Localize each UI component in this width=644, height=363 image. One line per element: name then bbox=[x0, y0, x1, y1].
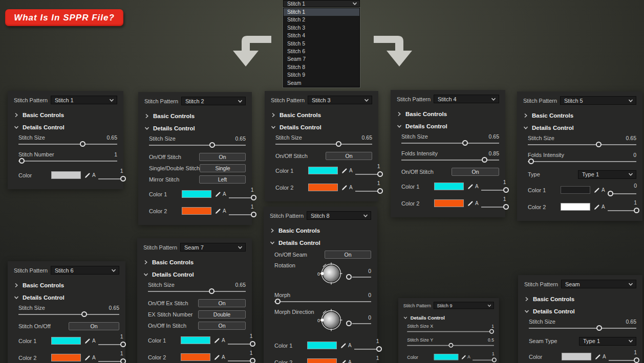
color-swatch[interactable] bbox=[307, 342, 337, 349]
slider-handle[interactable] bbox=[120, 176, 126, 182]
stitch-pattern-select[interactable]: Stitch 2 bbox=[181, 97, 246, 105]
slider-handle[interactable] bbox=[81, 311, 87, 317]
slider-handle[interactable] bbox=[528, 158, 534, 164]
color-swatch[interactable] bbox=[181, 353, 210, 361]
slider-stitch-size[interactable] bbox=[18, 311, 119, 317]
eyedropper-icon[interactable] bbox=[84, 355, 91, 361]
dropdown-item-stitch-6[interactable]: Stitch 6 bbox=[284, 48, 359, 55]
section-basic-controls[interactable]: Basic Controls bbox=[523, 109, 636, 121]
section-details-control[interactable]: Details Control bbox=[14, 291, 119, 303]
slider-handle[interactable] bbox=[80, 141, 85, 147]
dropdown-item-stitch-3[interactable]: Stitch 3 bbox=[284, 24, 359, 32]
slider-folds-intensity[interactable] bbox=[528, 158, 636, 164]
color-swatch[interactable] bbox=[561, 186, 590, 194]
color-swatch[interactable] bbox=[434, 354, 459, 360]
eyedropper-icon[interactable] bbox=[595, 354, 601, 360]
slider-handle[interactable] bbox=[634, 208, 639, 213]
toggle-on-off-in-stitch-button[interactable]: On bbox=[198, 322, 246, 330]
color-swatch[interactable] bbox=[561, 203, 590, 211]
alpha-slider[interactable]: 0 bbox=[608, 184, 636, 197]
color-swatch[interactable] bbox=[434, 199, 464, 207]
eyedropper-icon[interactable] bbox=[215, 191, 221, 197]
section-details-control[interactable]: Details Control bbox=[143, 268, 246, 280]
section-details-control[interactable]: Details Control bbox=[397, 120, 499, 132]
slider-handle[interactable] bbox=[120, 342, 126, 347]
stitch-pattern-select[interactable]: Stitch 4 bbox=[434, 95, 499, 103]
section-details-control[interactable]: Details Control bbox=[403, 313, 494, 323]
stitch-pattern-select[interactable]: Stitch 8 bbox=[307, 211, 371, 220]
alpha-slider[interactable]: 1 bbox=[481, 197, 506, 210]
slider-handle[interactable] bbox=[120, 358, 126, 363]
section-basic-controls[interactable]: Basic Controls bbox=[397, 108, 499, 120]
eyedropper-icon[interactable] bbox=[84, 338, 91, 344]
slider-color-1-alpha[interactable] bbox=[228, 341, 252, 347]
section-details-control[interactable]: Details Control bbox=[270, 237, 371, 248]
sphere-cursor-dot[interactable] bbox=[321, 272, 324, 275]
alpha-slider[interactable]: 1 bbox=[228, 351, 252, 363]
toggle-single-double-stitch-button[interactable]: Single bbox=[200, 164, 246, 172]
slider-color-alpha[interactable] bbox=[609, 357, 636, 363]
toggle-on-off-stitch-button[interactable]: On bbox=[326, 152, 372, 160]
slider-handle[interactable] bbox=[377, 171, 383, 177]
slider-color-2-alpha[interactable] bbox=[481, 204, 506, 210]
slider-handle[interactable] bbox=[448, 343, 453, 348]
eyedropper-icon[interactable] bbox=[214, 354, 220, 360]
dropdown-item-seam[interactable]: Seam bbox=[284, 79, 359, 87]
slider-handle[interactable] bbox=[275, 299, 281, 304]
dropdown-item-stitch-9[interactable]: Stitch 9 bbox=[284, 71, 359, 79]
slider-color-2-alpha[interactable] bbox=[229, 212, 253, 217]
toggle-on-off-seam-button[interactable]: On bbox=[325, 251, 371, 259]
slider-handle[interactable] bbox=[376, 346, 382, 352]
alpha-slider[interactable]: 1 bbox=[98, 334, 123, 348]
slider-color-1-alpha[interactable] bbox=[354, 346, 379, 352]
alpha-slider[interactable]: 1 bbox=[98, 351, 123, 363]
eyedropper-icon[interactable] bbox=[461, 354, 466, 359]
dropdown-item-stitch-2[interactable]: Stitch 2 bbox=[284, 16, 359, 24]
dropdown-item-stitch-5[interactable]: Stitch 5 bbox=[284, 40, 359, 48]
dropdown-item-stitch-4[interactable]: Stitch 4 bbox=[284, 32, 359, 39]
slider-stitch-size[interactable] bbox=[149, 142, 246, 148]
slider-folds-intensity[interactable] bbox=[401, 157, 499, 163]
alpha-slider[interactable]: 1 bbox=[355, 181, 380, 194]
eyedropper-icon[interactable] bbox=[467, 184, 474, 190]
alpha-slider[interactable]: 1 bbox=[98, 169, 123, 182]
dropdown-item-seam-7[interactable]: Seam 7 bbox=[284, 55, 359, 63]
slider-stitch-size[interactable] bbox=[148, 288, 246, 294]
toggle-on-off-ex-stitch-button[interactable]: On bbox=[198, 299, 246, 307]
alpha-slider[interactable]: 1 bbox=[608, 200, 636, 214]
stitch-pattern-select[interactable]: Seam 7 bbox=[180, 243, 246, 252]
slider-handle[interactable] bbox=[596, 142, 602, 147]
section-details-control[interactable]: Details Control bbox=[523, 122, 636, 133]
slider-color-2-alpha[interactable] bbox=[228, 358, 252, 363]
alpha-slider[interactable]: 1 bbox=[228, 334, 252, 347]
stitch-pattern-select[interactable]: Seam bbox=[561, 280, 636, 288]
slider-color-2-alpha[interactable] bbox=[355, 188, 380, 194]
slider-stitch-size[interactable] bbox=[275, 141, 372, 147]
color-swatch[interactable] bbox=[308, 184, 338, 191]
section-basic-controls[interactable]: Basic Controls bbox=[14, 109, 117, 121]
slider-handle[interactable] bbox=[250, 358, 255, 363]
dropdown-field[interactable]: Stitch 1 bbox=[283, 0, 360, 7]
rotation-sphere-widget[interactable]: 0 bbox=[317, 307, 344, 333]
slider-color-alpha[interactable] bbox=[98, 176, 123, 182]
sphere-mini-slider[interactable]: 0 bbox=[344, 261, 371, 290]
slider-stitch-size-y[interactable] bbox=[407, 343, 494, 348]
eyedropper-icon[interactable] bbox=[594, 187, 600, 193]
slider-stitch-size[interactable] bbox=[529, 325, 636, 331]
eyedropper-icon[interactable] bbox=[340, 343, 347, 349]
slider-handle[interactable] bbox=[596, 325, 602, 331]
alpha-slider[interactable]: 1 bbox=[355, 164, 380, 177]
color-swatch[interactable] bbox=[562, 353, 591, 360]
slider-morph[interactable] bbox=[274, 299, 371, 304]
slider-handle[interactable] bbox=[209, 288, 214, 294]
alpha-slider[interactable]: 1 bbox=[354, 356, 379, 363]
stitch-pattern-select[interactable]: Stitch 6 bbox=[51, 266, 119, 275]
eyedropper-icon[interactable] bbox=[594, 204, 600, 210]
slider-color-1-alpha[interactable] bbox=[608, 191, 636, 196]
color-swatch[interactable] bbox=[182, 207, 211, 215]
toggle-on-off-stitch-button[interactable]: On bbox=[452, 168, 499, 176]
slider-color-alpha[interactable] bbox=[473, 357, 494, 362]
sphere-mini-slider[interactable]: 0 bbox=[344, 308, 371, 336]
alpha-slider[interactable]: 1 bbox=[229, 188, 253, 201]
alpha-slider[interactable]: 1 bbox=[481, 180, 506, 193]
